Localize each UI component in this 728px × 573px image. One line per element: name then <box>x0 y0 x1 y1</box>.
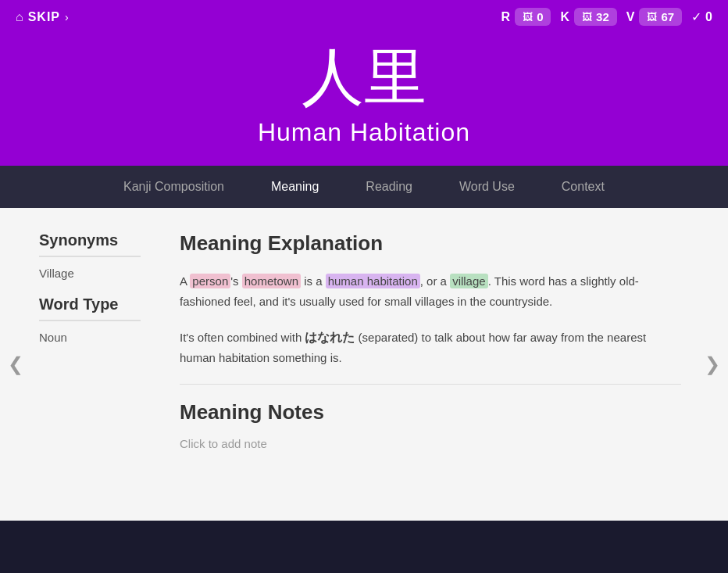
v-label: V <box>626 10 635 24</box>
synonyms-title: Synonyms <box>39 231 141 257</box>
para1-mid1: 's <box>230 274 242 288</box>
para1-mid3: , or a <box>420 274 450 288</box>
tab-kanji-composition[interactable]: Kanji Composition <box>100 166 248 208</box>
para2-japanese: はなれた <box>305 331 355 344</box>
header: ⌂ SKIP › R 🖼 0 K 🖼 32 V <box>0 0 728 166</box>
para1-mid2: is a <box>301 274 326 288</box>
synonym-value: Village <box>39 267 141 280</box>
notes-title: Meaning Notes <box>180 400 681 424</box>
word-type-title: Word Type <box>39 295 141 321</box>
explanation-title: Meaning Explanation <box>180 231 681 256</box>
r-count: 0 <box>537 10 543 23</box>
tab-word-use[interactable]: Word Use <box>436 166 538 208</box>
r-icon: 🖼 <box>523 11 533 23</box>
reading-stat: R 🖼 0 <box>501 8 551 26</box>
k-badge: 🖼 32 <box>574 8 617 26</box>
vocab-stat: V 🖼 67 <box>626 8 682 26</box>
nav-tabs: Kanji Composition Meaning Reading Word U… <box>0 166 728 208</box>
tab-meaning[interactable]: Meaning <box>248 166 342 208</box>
v-count: 67 <box>661 10 674 23</box>
para2-pre: It's often combined with <box>180 331 305 344</box>
explanation-para1: A person's hometown is a human habitatio… <box>180 271 681 311</box>
para1-habitation: human habitation <box>326 274 420 288</box>
skip-button[interactable]: ⌂ SKIP › <box>16 10 69 24</box>
correct-stat: ✓ 0 <box>691 9 712 24</box>
next-arrow-button[interactable]: ❯ <box>697 338 728 391</box>
para1-village: village <box>450 274 488 288</box>
tab-reading[interactable]: Reading <box>342 166 436 208</box>
kanji-characters: 人里 <box>302 42 426 112</box>
header-top: ⌂ SKIP › R 🖼 0 K 🖼 32 V <box>16 0 712 32</box>
r-badge: 🖼 0 <box>515 8 551 26</box>
tab-context[interactable]: Context <box>538 166 628 208</box>
k-count: 32 <box>596 10 609 23</box>
skip-chevron-icon: › <box>65 11 69 23</box>
r-label: R <box>501 10 511 24</box>
meaning-display: Human Habitation <box>16 118 712 166</box>
check-icon: ✓ <box>691 9 701 24</box>
word-type-value: Noun <box>39 331 141 344</box>
explanation-para2: It's often combined with はなれた (separated… <box>180 327 681 368</box>
kanji-display: 人里 <box>16 32 712 118</box>
add-note-button[interactable]: Click to add note <box>180 437 681 450</box>
stats-bar: R 🖼 0 K 🖼 32 V 🖼 67 <box>501 8 712 26</box>
v-icon: 🖼 <box>647 11 657 23</box>
k-label: K <box>560 10 569 24</box>
k-icon: 🖼 <box>582 11 592 23</box>
section-divider <box>180 384 681 385</box>
home-icon: ⌂ <box>16 10 23 24</box>
v-badge: 🖼 67 <box>639 8 682 26</box>
check-count: 0 <box>705 10 712 24</box>
para1-person: person <box>190 274 230 288</box>
main-content: ❮ Synonyms Village Word Type Noun Meanin… <box>0 208 728 521</box>
kanji-stat: K 🖼 32 <box>560 8 616 26</box>
para1-hometown: hometown <box>242 274 301 288</box>
prev-arrow-button[interactable]: ❮ <box>0 338 31 391</box>
skip-label: SKIP <box>28 10 60 24</box>
para1-pre: A <box>180 274 190 288</box>
content-area: Meaning Explanation A person's hometown … <box>156 208 728 521</box>
meaning-label: Human Habitation <box>258 118 470 146</box>
